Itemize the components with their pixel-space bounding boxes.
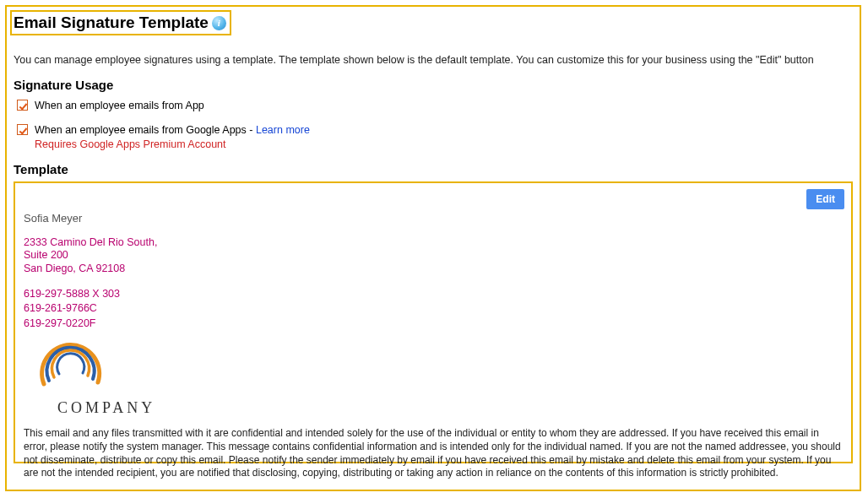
usage-option-google-apps: When an employee emails from Google Apps… — [17, 123, 853, 152]
usage-option-app: When an employee emails from App — [17, 99, 853, 113]
intro-text: You can manage employee signatures using… — [14, 54, 853, 66]
learn-more-link[interactable]: Learn more — [256, 124, 310, 136]
disclaimer-text: This email and any files transmitted wit… — [24, 427, 843, 479]
page-title-box: Email Signature Template — [10, 10, 231, 35]
signature-usage-heading: Signature Usage — [14, 78, 853, 92]
template-heading: Template — [14, 162, 853, 176]
address-line: 2333 Camino Del Rio South, — [24, 236, 843, 250]
usage-option-label: When an employee emails from Google Apps… — [35, 124, 256, 136]
address-line: San Diego, CA 92108 — [24, 263, 843, 276]
info-icon[interactable] — [212, 16, 226, 30]
checkbox-icon[interactable] — [17, 124, 28, 135]
phone-line: 619-297-5888 X 303 — [24, 288, 843, 301]
edit-button[interactable]: Edit — [806, 189, 844, 209]
page-title: Email Signature Template — [14, 14, 209, 32]
phone-line: 619-261-9766C — [24, 302, 843, 316]
logo-swirl-icon — [24, 332, 159, 403]
template-preview: Edit Sofia Meyer 2333 Camino Del Rio Sou… — [14, 181, 853, 463]
premium-warning: Requires Google Apps Premium Account — [35, 138, 310, 152]
company-name: COMPANY — [57, 399, 843, 417]
page-frame: Email Signature Template You can manage … — [5, 5, 861, 491]
company-logo: COMPANY — [24, 332, 843, 424]
checkbox-icon[interactable] — [17, 100, 28, 111]
signature-phones: 619-297-5888 X 303 619-261-9766C 619-297… — [24, 288, 843, 331]
phone-line: 619-297-0220F — [24, 317, 843, 331]
signature-address: 2333 Camino Del Rio South, Suite 200 San… — [24, 236, 843, 276]
address-line: Suite 200 — [24, 249, 843, 263]
usage-option-label: When an employee emails from App — [35, 100, 204, 111]
signature-name: Sofia Meyer — [24, 212, 843, 225]
